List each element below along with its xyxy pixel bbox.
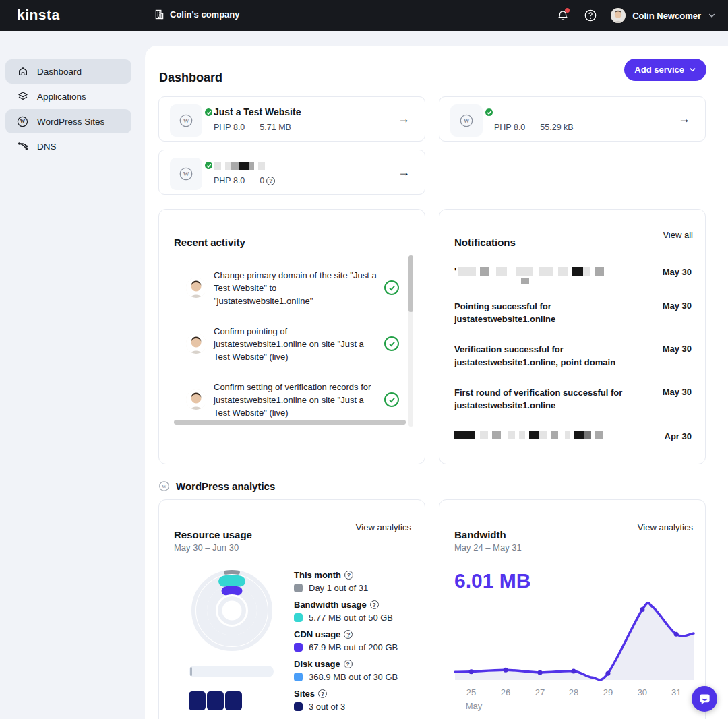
- building-icon: [154, 9, 165, 20]
- success-badge-icon: [484, 107, 494, 117]
- legend-swatch: [294, 673, 303, 681]
- vertical-scrollbar[interactable]: [408, 255, 413, 427]
- help-circle-icon[interactable]: ?: [266, 177, 275, 185]
- svg-text:W: W: [183, 117, 189, 124]
- x-axis-month-label: May: [466, 701, 483, 711]
- notification-date: May 30: [663, 267, 692, 277]
- arrow-right-icon[interactable]: →: [398, 112, 410, 126]
- chat-widget-button[interactable]: [692, 686, 717, 712]
- add-service-label: Add service: [634, 65, 684, 75]
- horizontal-scrollbar[interactable]: [174, 420, 406, 425]
- wordpress-site-icon: W: [170, 104, 202, 137]
- sidebar-item-dashboard[interactable]: Dashboard: [5, 59, 131, 84]
- notification-text: ': [454, 266, 456, 276]
- svg-text:W: W: [463, 117, 470, 124]
- notifications-bell-button[interactable]: [555, 8, 570, 23]
- arrow-right-icon[interactable]: →: [398, 165, 410, 179]
- legend-label: Sites: [294, 689, 315, 699]
- legend-swatch: [294, 613, 303, 622]
- notification-item[interactable]: First round of verification successful f…: [454, 386, 692, 412]
- site-size: 0: [260, 176, 264, 185]
- arrow-right-icon[interactable]: →: [678, 112, 690, 126]
- user-avatar: [611, 8, 626, 23]
- notification-item[interactable]: ' May 30: [454, 266, 692, 284]
- x-axis-tick-label: 29: [603, 687, 613, 697]
- view-analytics-link[interactable]: View analytics: [356, 522, 411, 532]
- sidebar-item-label: WordPress Sites: [37, 117, 104, 127]
- notification-text: First round of verification successful f…: [454, 386, 631, 412]
- notification-date: May 30: [663, 301, 692, 311]
- notification-text: Pointing successful for justatestwebsite…: [454, 300, 631, 325]
- legend-entry-disk-usage: Disk usage? 368.9 MB out of 30 GB: [294, 659, 422, 682]
- help-circle-icon[interactable]: ?: [318, 689, 327, 698]
- redacted-notification-text: [454, 431, 692, 439]
- sidebar-item-dns[interactable]: DNS: [5, 134, 131, 158]
- sidebar-item-wordpress-sites[interactable]: W WordPress Sites: [5, 109, 131, 133]
- disk-usage-fill: [190, 667, 192, 676]
- success-badge-icon: [204, 160, 214, 170]
- view-analytics-link[interactable]: View analytics: [638, 522, 693, 532]
- help-circle-icon[interactable]: ?: [370, 600, 379, 609]
- legend-swatch: [294, 643, 303, 652]
- help-circle-icon[interactable]: ?: [344, 630, 353, 639]
- success-check-icon: [384, 280, 399, 295]
- view-all-link[interactable]: View all: [663, 230, 693, 240]
- site-meta: PHP 8.0 55.29 kB: [494, 123, 574, 132]
- notification-item[interactable]: Apr 30: [454, 431, 692, 439]
- scrollbar-thumb[interactable]: [408, 255, 413, 312]
- activity-text: Confirm setting of verification records …: [214, 381, 377, 419]
- bandwidth-card: Bandwidth View analytics May 24 – May 31…: [439, 499, 706, 719]
- top-bar: kinsta Colin's company Colin Newcomer: [0, 0, 728, 31]
- legend-label: Bandwidth usage: [294, 600, 367, 610]
- legend-value: 3 out of 3: [309, 701, 345, 712]
- sidebar-item-applications[interactable]: Applications: [5, 84, 131, 108]
- top-bar-actions: Colin Newcomer: [555, 0, 716, 31]
- notification-item[interactable]: Pointing successful for justatestwebsite…: [454, 300, 692, 325]
- help-circle-icon[interactable]: ?: [344, 571, 353, 580]
- user-avatar: [186, 389, 206, 410]
- legend-value: 5.77 MB out of 50 GB: [309, 613, 393, 623]
- legend-swatch: [294, 702, 303, 711]
- date-range: May 24 – May 31: [454, 542, 522, 553]
- help-button[interactable]: [583, 8, 598, 23]
- resource-usage-gauge: [189, 567, 275, 654]
- notification-item[interactable]: Verification successful for justatestweb…: [454, 343, 692, 369]
- php-version: PHP 8.0: [494, 123, 525, 132]
- add-service-button[interactable]: Add service: [624, 59, 706, 81]
- disk-usage-bar: [189, 666, 274, 677]
- x-axis-tick-label: 26: [501, 687, 510, 697]
- x-axis-tick-label: 28: [569, 687, 578, 697]
- x-axis-tick-label: 31: [671, 687, 681, 697]
- user-name: Colin Newcomer: [632, 11, 701, 21]
- resource-usage-card: Resource usage View analytics May 30 – J…: [158, 499, 425, 719]
- site-card-just-a-test-website[interactable]: W Just a Test Website PHP 8.0 5.71 MB →: [158, 96, 425, 142]
- wordpress-icon: W: [158, 480, 170, 492]
- chevron-down-icon: [689, 66, 696, 73]
- recent-activity-title: Recent activity: [174, 237, 245, 248]
- site-card-3[interactable]: W PHP 8.0 0 ? →: [158, 150, 425, 195]
- notifications-title: Notifications: [454, 237, 516, 248]
- sidebar-item-label: Dashboard: [37, 67, 82, 77]
- kinsta-logo[interactable]: kinsta: [17, 7, 60, 23]
- company-name: Colin's company: [170, 9, 240, 20]
- resource-usage-title: Resource usage: [174, 529, 252, 540]
- legend-label: This month: [294, 570, 341, 580]
- site-card-2[interactable]: W PHP 8.0 55.29 kB →: [439, 96, 706, 142]
- date-range: May 30 – Jun 30: [174, 542, 239, 553]
- layers-icon: [17, 91, 28, 102]
- sidebar-item-label: Applications: [37, 92, 86, 102]
- user-avatar: [186, 278, 206, 298]
- notification-text: Verification successful for justatestweb…: [454, 343, 631, 369]
- company-switcher[interactable]: Colin's company: [154, 9, 240, 20]
- success-check-icon: [384, 336, 399, 351]
- home-icon: [17, 66, 28, 77]
- bandwidth-title: Bandwidth: [454, 529, 506, 540]
- sidebar-item-label: DNS: [37, 142, 57, 152]
- help-circle-icon[interactable]: ?: [344, 660, 353, 668]
- legend-label: Disk usage: [294, 659, 340, 669]
- site-title: Just a Test Website: [214, 106, 301, 117]
- wordpress-icon: W: [17, 116, 28, 127]
- redacted-site-title: [214, 162, 265, 170]
- php-version: PHP 8.0: [214, 123, 245, 132]
- user-menu[interactable]: Colin Newcomer: [611, 8, 716, 23]
